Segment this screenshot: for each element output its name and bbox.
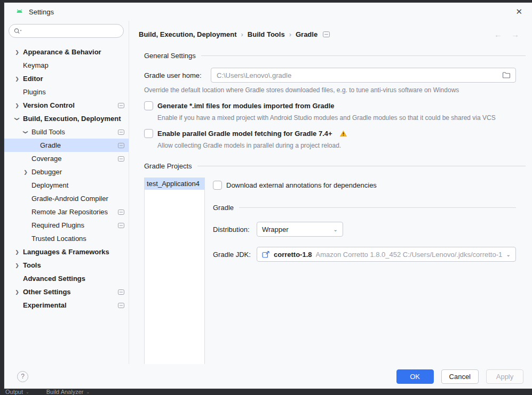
- chevron-right-icon[interactable]: ❯: [13, 289, 21, 295]
- project-settings: Download external annotations for depend…: [213, 178, 526, 364]
- warning-icon: [339, 130, 347, 137]
- download-annotations-row: Download external annotations for depend…: [213, 181, 516, 190]
- cancel-button[interactable]: Cancel: [441, 369, 479, 384]
- settings-content: Build, Execution, Deployment›Build Tools…: [129, 21, 532, 364]
- sidebar-item-gradle-android-compiler[interactable]: Gradle-Android Compiler: [4, 192, 129, 205]
- sidebar-item-languages-frameworks[interactable]: ❯Languages & Frameworks: [4, 245, 129, 259]
- sidebar-item-label: Required Plugins: [31, 221, 84, 229]
- search-icon: [13, 27, 22, 35]
- sidebar-item-keymap[interactable]: Keymap: [4, 59, 129, 72]
- distribution-value: Wrapper: [262, 225, 289, 233]
- dialog-body: ❯Appearance & BehaviorKeymap❯EditorPlugi…: [4, 21, 532, 364]
- project-item-test-application4[interactable]: test_Application4: [145, 178, 204, 190]
- breadcrumb-item-build-tools[interactable]: Build Tools: [248, 30, 285, 38]
- download-annotations-label[interactable]: Download external annotations for depend…: [226, 181, 377, 189]
- gradle-projects-area: test_Application4 Download external anno…: [144, 178, 526, 364]
- settings-badge-icon: [115, 209, 124, 215]
- section-title: Gradle Projects: [144, 162, 192, 170]
- sidebar-item-version-control[interactable]: ❯Version Control: [4, 99, 129, 112]
- download-annotations-checkbox[interactable]: [213, 181, 222, 190]
- apply-button[interactable]: Apply: [486, 369, 523, 384]
- sidebar-item-build-execution-deployment[interactable]: ❯Build, Execution, Deployment: [4, 112, 129, 125]
- settings-dialog: Settings ✕ ❯Appearance & BehaviorKeymap❯…: [4, 3, 532, 389]
- distribution-label: Distribution:: [213, 225, 257, 233]
- sidebar-item-coverage[interactable]: Coverage: [4, 152, 129, 165]
- sidebar-item-experimental[interactable]: Experimental: [4, 299, 129, 312]
- sidebar-item-plugins[interactable]: Plugins: [4, 85, 129, 99]
- sidebar-item-label: Build, Execution, Deployment: [23, 115, 121, 123]
- gradle-user-home-value: C:\Users\Lenovo\.gradle: [217, 71, 498, 79]
- sidebar-item-remote-jar-repositories[interactable]: Remote Jar Repositories: [4, 205, 129, 219]
- gradle-user-home-row: Gradle user home: C:\Users\Lenovo\.gradl…: [144, 68, 516, 83]
- parallel-fetch-checkbox[interactable]: [144, 129, 153, 138]
- sidebar-item-label: Keymap: [23, 61, 49, 69]
- ide-tab-build-analyzer[interactable]: Build Analyzer⌄: [46, 389, 90, 395]
- gradle-projects-list: test_Application4: [144, 178, 205, 364]
- chevron-right-icon[interactable]: ❯: [13, 263, 21, 268]
- app-icon: [15, 7, 24, 17]
- section-general-settings: General Settings: [144, 52, 526, 60]
- sidebar-item-label: Editor: [23, 75, 43, 83]
- section-gradle: Gradle: [213, 204, 516, 212]
- breadcrumb: Build, Execution, Deployment›Build Tools…: [139, 30, 317, 38]
- gradle-jdk-select[interactable]: corretto-1.8 Amazon Corretto 1.8.0_452 C…: [257, 247, 516, 262]
- dialog-titlebar: Settings ✕: [4, 3, 532, 21]
- chevron-right-icon[interactable]: ❯: [13, 249, 21, 255]
- breadcrumb-item-build-execution-deployment[interactable]: Build, Execution, Deployment: [139, 30, 236, 38]
- ide-tab-label: Output: [5, 389, 23, 395]
- sidebar-item-label: Trusted Locations: [31, 235, 86, 243]
- sidebar-item-build-tools[interactable]: ❯Build Tools: [4, 125, 129, 139]
- distribution-select[interactable]: Wrapper ⌄: [257, 222, 343, 237]
- generate-iml-checkbox[interactable]: [144, 101, 153, 110]
- forward-icon[interactable]: →: [511, 30, 519, 39]
- ide-tab-output[interactable]: Output⌄: [5, 389, 29, 395]
- section-rule: [201, 55, 526, 56]
- sidebar-item-label: Build Tools: [31, 128, 65, 136]
- sidebar-item-appearance-behavior[interactable]: ❯Appearance & Behavior: [4, 45, 129, 59]
- chevron-right-icon[interactable]: ❯: [13, 50, 21, 55]
- parallel-fetch-label[interactable]: Enable parallel Gradle model fetching fo…: [157, 130, 332, 138]
- settings-search-input[interactable]: [9, 24, 124, 38]
- sidebar-item-debugger[interactable]: ❯Debugger: [4, 165, 129, 179]
- help-button[interactable]: ?: [17, 371, 28, 382]
- sidebar-item-gradle[interactable]: Gradle: [4, 139, 129, 152]
- section-title: Gradle: [213, 204, 234, 212]
- gradle-jdk-row: Gradle JDK: corretto-1.8 Amazon Corretto…: [213, 247, 516, 262]
- settings-badge-icon: [115, 223, 124, 228]
- sidebar-item-editor[interactable]: ❯Editor: [4, 72, 129, 85]
- sidebar-item-label: Advanced Settings: [23, 275, 85, 283]
- sidebar-item-required-plugins[interactable]: Required Plugins: [4, 219, 129, 232]
- generate-iml-label[interactable]: Generate *.iml files for modules importe…: [157, 102, 335, 110]
- ide-tab-label: Build Analyzer: [46, 389, 84, 395]
- gradle-jdk-label: Gradle JDK:: [213, 251, 257, 259]
- gradle-user-home-hint: Override the default location where Grad…: [144, 86, 526, 94]
- ok-button[interactable]: OK: [396, 369, 434, 384]
- settings-tree: ❯Appearance & BehaviorKeymap❯EditorPlugi…: [4, 38, 129, 364]
- chevron-down-icon[interactable]: ❯: [14, 115, 20, 123]
- settings-badge-icon: [115, 156, 124, 162]
- breadcrumb-options-icon[interactable]: [323, 31, 330, 37]
- chevron-right-icon[interactable]: ❯: [13, 103, 21, 108]
- history-nav: ← →: [494, 30, 519, 39]
- sidebar-item-label: Gradle: [40, 141, 61, 149]
- distribution-row: Distribution: Wrapper ⌄: [213, 222, 516, 237]
- sidebar-item-tools[interactable]: ❯Tools: [4, 259, 129, 272]
- generate-iml-row: Generate *.iml files for modules importe…: [144, 101, 526, 110]
- chevron-down-icon: ⌄: [506, 252, 511, 257]
- folder-icon[interactable]: [502, 71, 511, 79]
- chevron-down-icon: ⌄: [86, 389, 90, 395]
- sidebar-item-advanced-settings[interactable]: Advanced Settings: [4, 272, 129, 285]
- chevron-right-icon[interactable]: ❯: [13, 76, 21, 82]
- breadcrumb-item-gradle[interactable]: Gradle: [296, 30, 317, 38]
- chevron-down-icon[interactable]: ❯: [23, 128, 28, 136]
- chevron-right-icon[interactable]: ❯: [21, 170, 30, 175]
- parallel-fetch-hint: Allow collecting Gradle models in parall…: [157, 142, 526, 149]
- settings-sidebar: ❯Appearance & BehaviorKeymap❯EditorPlugi…: [4, 21, 129, 364]
- sidebar-item-other-settings[interactable]: ❯Other Settings: [4, 285, 129, 299]
- sidebar-item-deployment[interactable]: Deployment: [4, 179, 129, 192]
- close-icon[interactable]: ✕: [515, 7, 522, 17]
- back-icon[interactable]: ←: [494, 30, 502, 39]
- sidebar-item-trusted-locations[interactable]: Trusted Locations: [4, 232, 129, 245]
- gradle-user-home-field[interactable]: C:\Users\Lenovo\.gradle: [211, 68, 516, 83]
- sidebar-item-label: Tools: [23, 261, 41, 269]
